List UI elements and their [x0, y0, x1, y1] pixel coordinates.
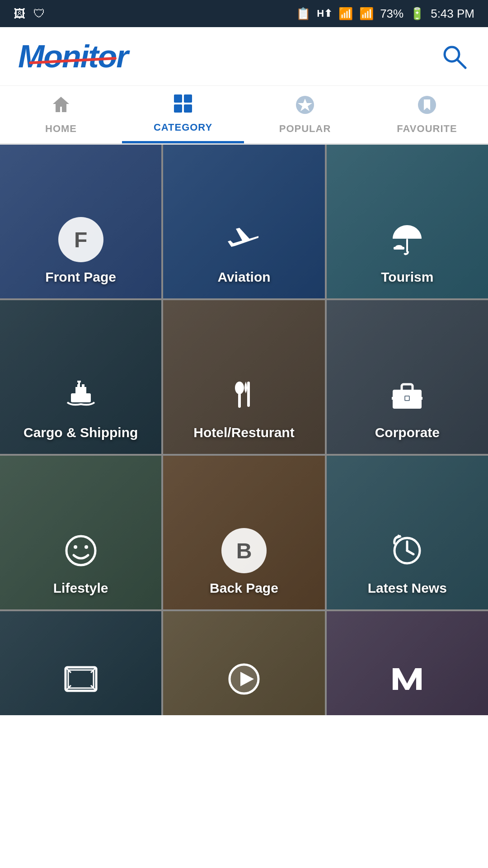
photo-icon: 🖼 [14, 7, 25, 21]
tile-lifestyle[interactable]: Lifestyle [0, 456, 161, 609]
nav-tabs: HOME CATEGORY POPULAR F [0, 86, 488, 145]
svg-line-30 [407, 551, 413, 554]
tile-corporate[interactable]: Corporate [327, 300, 488, 454]
tile-label-lifestyle: Lifestyle [53, 580, 108, 596]
svg-rect-32 [66, 667, 96, 691]
tile-content-video [221, 656, 267, 702]
tile-content-lifestyle: Lifestyle [53, 528, 108, 596]
tile-content-monitor [385, 656, 430, 702]
svg-rect-33 [68, 670, 94, 688]
category-grid: F Front Page Aviation [0, 145, 488, 715]
svg-rect-5 [184, 104, 192, 113]
status-bar-left: 🖼 🛡 [14, 7, 45, 21]
tab-category-label: CATEGORY [154, 122, 212, 133]
front-page-icon: F [58, 217, 103, 262]
tab-popular[interactable]: POPULAR [244, 86, 366, 143]
svg-rect-20 [247, 382, 250, 407]
tab-popular-label: POPULAR [279, 123, 331, 135]
signal1-icon: 📶 [338, 7, 353, 21]
bookmark-icon [417, 95, 437, 119]
umbrella-icon [385, 217, 430, 262]
tile-cargo-shipping[interactable]: Cargo & Shipping [0, 300, 161, 454]
svg-rect-12 [71, 393, 91, 402]
grid-icon [173, 94, 193, 118]
tile-content-tourism: Tourism [381, 217, 433, 285]
photo-frame-icon [58, 656, 103, 702]
tile-label-front-page: Front Page [45, 269, 116, 285]
tile-content-back-page: B Back Page [210, 528, 278, 596]
tile-content-hotel: Hotel/Resturant [193, 373, 294, 440]
back-page-icon: B [221, 528, 267, 573]
svg-rect-9 [406, 239, 408, 252]
tile-label-aviation: Aviation [217, 269, 270, 285]
tile-label-back-page: Back Page [210, 580, 278, 596]
svg-rect-17 [77, 384, 80, 388]
time-label: 5:43 PM [431, 7, 474, 21]
tile-label-hotel: Hotel/Resturant [193, 425, 294, 440]
monitor-m-icon [385, 656, 430, 702]
tab-home-label: HOME [45, 123, 77, 135]
tab-category[interactable]: CATEGORY [122, 86, 244, 143]
tile-label-cargo: Cargo & Shipping [23, 425, 138, 440]
svg-line-1 [457, 60, 465, 68]
svg-point-18 [235, 382, 244, 394]
svg-rect-15 [77, 381, 81, 382]
tile-photo[interactable] [0, 611, 161, 715]
svg-rect-4 [174, 104, 182, 113]
tile-content-corporate: Corporate [375, 373, 440, 440]
tile-content-latest-news: Latest News [368, 528, 447, 596]
tab-favourite-label: FAVOURITE [397, 123, 457, 135]
tile-front-page[interactable]: F Front Page [0, 145, 161, 298]
clock-refresh-icon [385, 528, 430, 573]
status-bar-right: 📋 H⬆ 📶 📶 73% 🔋 5:43 PM [296, 7, 474, 21]
status-bar: 🖼 🛡 📋 H⬆ 📶 📶 73% 🔋 5:43 PM [0, 0, 488, 27]
app-logo: Monitor [18, 38, 128, 75]
battery-percent: 73% [380, 7, 404, 21]
tile-content-front-page: F Front Page [45, 217, 116, 285]
svg-point-26 [74, 545, 77, 549]
tile-latest-news[interactable]: Latest News [327, 456, 488, 609]
search-icon [441, 43, 468, 70]
briefcase-icon [385, 373, 430, 418]
ship-icon [58, 373, 103, 418]
tile-tourism[interactable]: Tourism [327, 145, 488, 298]
tile-back-page[interactable]: B Back Page [163, 456, 324, 609]
svg-rect-24 [405, 396, 409, 400]
signal2-icon: 📶 [359, 7, 374, 21]
battery-icon: 🔋 [410, 7, 424, 21]
svg-rect-3 [184, 94, 192, 103]
smiley-icon [58, 528, 103, 573]
svg-rect-19 [238, 393, 241, 408]
tile-label-tourism: Tourism [381, 269, 433, 285]
plane-icon [221, 217, 267, 262]
tile-content-photo [58, 656, 103, 702]
header: Monitor [0, 27, 488, 86]
tile-content-cargo: Cargo & Shipping [23, 373, 138, 440]
svg-rect-2 [174, 94, 182, 103]
svg-point-11 [395, 245, 403, 249]
play-icon [221, 656, 267, 702]
tile-aviation[interactable]: Aviation [163, 145, 324, 298]
tile-content-aviation: Aviation [217, 217, 270, 285]
tile-label-latest-news: Latest News [368, 580, 447, 596]
home-icon [51, 95, 71, 119]
tab-favourite[interactable]: FAVOURITE [366, 86, 488, 143]
sim-icon: 📋 [296, 7, 310, 21]
tile-monitor[interactable] [327, 611, 488, 715]
cutlery-icon [221, 373, 267, 418]
tile-video[interactable] [163, 611, 324, 715]
tile-label-corporate: Corporate [375, 425, 440, 440]
shield-icon: 🛡 [33, 7, 45, 21]
tile-hotel-restaurant[interactable]: Hotel/Resturant [163, 300, 324, 454]
star-icon [295, 95, 315, 119]
svg-point-25 [66, 536, 95, 565]
h-icon: H⬆ [317, 8, 332, 19]
svg-rect-13 [75, 387, 86, 394]
search-button[interactable] [438, 41, 470, 72]
tab-home[interactable]: HOME [0, 86, 122, 143]
svg-rect-16 [82, 384, 84, 388]
svg-point-27 [84, 545, 88, 549]
